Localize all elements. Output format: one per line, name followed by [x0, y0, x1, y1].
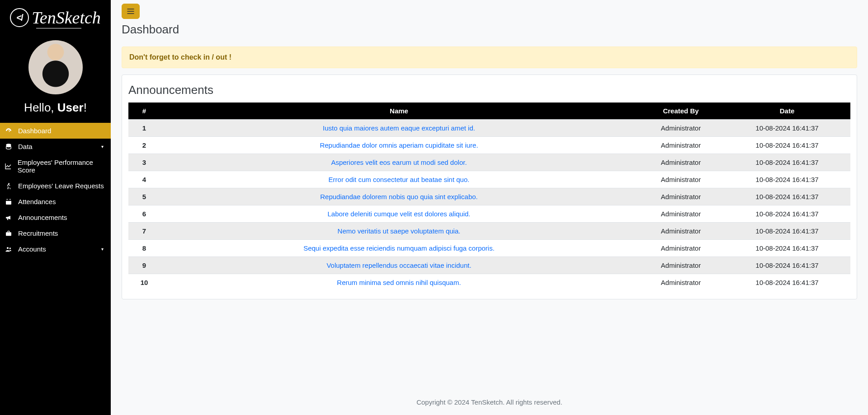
row-name: Voluptatem repellendus occaecati vitae i… [160, 257, 638, 274]
sidebar-item-label: Employees' Leave Requests [18, 182, 104, 190]
announcement-link[interactable]: Nemo veritatis ut saepe voluptatem quia. [338, 227, 461, 235]
announcements-heading: Announcements [128, 83, 850, 97]
svg-point-1 [8, 183, 9, 184]
row-date: 10-08-2024 16:41:37 [724, 205, 850, 223]
col-date: Date [724, 103, 850, 120]
table-row: 1Iusto quia maiores autem eaque exceptur… [128, 120, 850, 137]
sidebar-item-label: Employees' Performance Score [18, 159, 106, 174]
col-created-by: Created By [638, 103, 724, 120]
announcement-link[interactable]: Repudiandae dolorem nobis quo quia sint … [320, 193, 478, 201]
row-created-by: Administrator [638, 154, 724, 171]
announcement-link[interactable]: Sequi expedita esse reiciendis numquam a… [303, 244, 495, 252]
table-row: 10Rerum minima sed omnis nihil quisquam.… [128, 274, 850, 291]
checkin-alert: Don't forget to check in / out ! [122, 47, 857, 68]
table-row: 3Asperiores velit eos earum ut modi sed … [128, 154, 850, 171]
sidebar-item-label: Data [18, 143, 33, 150]
sidebar: </ TenSketch Hello, User! DashboardData▾… [0, 0, 111, 415]
table-row: 2Repudiandae dolor omnis aperiam cupidit… [128, 137, 850, 154]
sidebar-toggle-button[interactable] [122, 4, 140, 19]
row-index: 2 [128, 137, 160, 154]
col-index: # [128, 103, 160, 120]
row-created-by: Administrator [638, 240, 724, 257]
logo-mark-icon: </ [10, 8, 29, 27]
sidebar-item-dashboard[interactable]: Dashboard [0, 123, 111, 139]
brand-logo[interactable]: </ TenSketch [0, 0, 111, 29]
hamburger-icon [126, 7, 135, 16]
announcement-link[interactable]: Repudiandae dolor omnis aperiam cupidita… [320, 141, 478, 149]
table-row: 9Voluptatem repellendus occaecati vitae … [128, 257, 850, 274]
row-created-by: Administrator [638, 120, 724, 137]
announcement-link[interactable]: Asperiores velit eos earum ut modi sed d… [331, 159, 467, 166]
svg-point-7 [7, 247, 9, 249]
sidebar-item-employees-leave-requests[interactable]: Employees' Leave Requests [0, 178, 111, 194]
briefcase-icon [5, 230, 13, 237]
content: Dashboard Don't forget to check in / out… [111, 0, 868, 385]
announcement-link[interactable]: Voluptatem repellendus occaecati vitae i… [326, 261, 471, 269]
row-created-by: Administrator [638, 274, 724, 291]
announcements-card: Announcements # Name Created By Date 1Iu… [122, 75, 857, 299]
table-header-row: # Name Created By Date [128, 103, 850, 120]
chevron-down-icon: ▾ [101, 247, 104, 252]
sidebar-item-label: Dashboard [18, 127, 51, 135]
chart-line-icon [5, 163, 12, 170]
row-index: 1 [128, 120, 160, 137]
row-name: Labore deleniti cumque velit est dolores… [160, 205, 638, 223]
row-date: 10-08-2024 16:41:37 [724, 274, 850, 291]
row-name: Repudiandae dolorem nobis quo quia sint … [160, 188, 638, 205]
chevron-down-icon: ▾ [101, 144, 104, 149]
row-name: Asperiores velit eos earum ut modi sed d… [160, 154, 638, 171]
col-name: Name [160, 103, 638, 120]
row-index: 4 [128, 171, 160, 188]
row-date: 10-08-2024 16:41:37 [724, 154, 850, 171]
page-title: Dashboard [122, 23, 857, 37]
row-date: 10-08-2024 16:41:37 [724, 188, 850, 205]
announcement-link[interactable]: Error odit cum consectetur aut beatae si… [329, 176, 470, 183]
greeting-prefix: Hello, [24, 101, 57, 114]
announcement-link[interactable]: Rerum minima sed omnis nihil quisquam. [337, 279, 461, 286]
calendar-icon [5, 198, 13, 205]
walking-icon [5, 182, 13, 190]
row-date: 10-08-2024 16:41:37 [724, 223, 850, 240]
users-icon [5, 246, 13, 253]
row-created-by: Administrator [638, 137, 724, 154]
sidebar-item-attendances[interactable]: Attendances [0, 194, 111, 210]
sidebar-item-label: Attendances [18, 198, 56, 205]
sidebar-item-accounts[interactable]: Accounts▾ [0, 241, 111, 257]
row-index: 7 [128, 223, 160, 240]
row-name: Iusto quia maiores autem eaque excepturi… [160, 120, 638, 137]
sidebar-item-label: Recruitments [18, 229, 58, 237]
table-row: 6Labore deleniti cumque velit est dolore… [128, 205, 850, 223]
sidebar-item-recruitments[interactable]: Recruitments [0, 225, 111, 241]
sidebar-item-employees-performance-score[interactable]: Employees' Performance Score [0, 154, 111, 178]
row-name: Repudiandae dolor omnis aperiam cupidita… [160, 137, 638, 154]
announcement-link[interactable]: Iusto quia maiores autem eaque excepturi… [323, 124, 475, 132]
greeting: Hello, User! [0, 101, 111, 115]
row-date: 10-08-2024 16:41:37 [724, 137, 850, 154]
row-index: 8 [128, 240, 160, 257]
row-date: 10-08-2024 16:41:37 [724, 257, 850, 274]
sidebar-item-label: Accounts [18, 245, 46, 253]
brand-name: TenSketch [32, 9, 101, 26]
row-created-by: Administrator [638, 257, 724, 274]
greeting-suffix: ! [84, 101, 87, 114]
table-row: 7Nemo veritatis ut saepe voluptatem quia… [128, 223, 850, 240]
announcements-table: # Name Created By Date 1Iusto quia maior… [128, 103, 850, 291]
svg-point-8 [9, 247, 11, 249]
announcement-link[interactable]: Labore deleniti cumque velit est dolores… [327, 210, 470, 218]
brand-underline [36, 28, 81, 28]
row-date: 10-08-2024 16:41:37 [724, 120, 850, 137]
row-name: Sequi expedita esse reiciendis numquam a… [160, 240, 638, 257]
row-created-by: Administrator [638, 171, 724, 188]
row-index: 9 [128, 257, 160, 274]
sidebar-item-announcements[interactable]: Announcements [0, 210, 111, 225]
avatar[interactable] [28, 40, 83, 94]
row-date: 10-08-2024 16:41:37 [724, 240, 850, 257]
dashboard-icon [5, 127, 13, 135]
sidebar-item-data[interactable]: Data▾ [0, 139, 111, 154]
table-row: 8Sequi expedita esse reiciendis numquam … [128, 240, 850, 257]
row-index: 6 [128, 205, 160, 223]
main: Dashboard Don't forget to check in / out… [111, 0, 868, 415]
svg-rect-3 [6, 200, 11, 201]
row-created-by: Administrator [638, 205, 724, 223]
row-created-by: Administrator [638, 223, 724, 240]
